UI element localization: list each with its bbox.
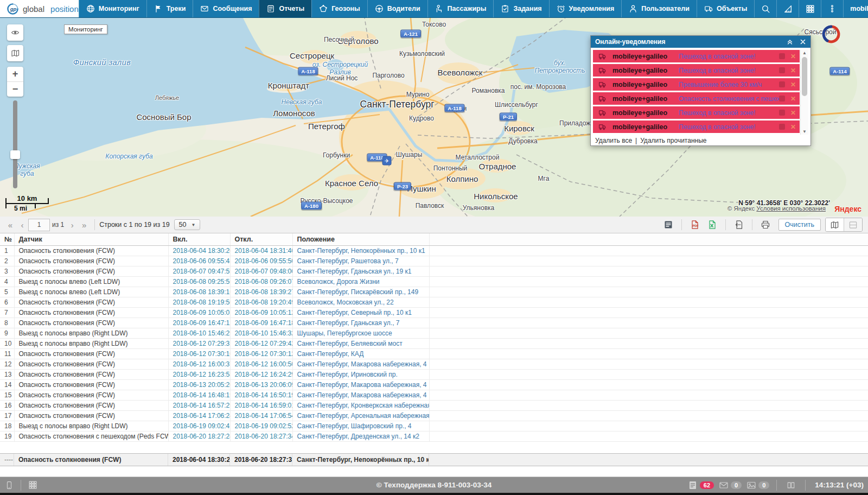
close-icon[interactable]: [800, 39, 806, 45]
nav-item-messages[interactable]: Сообщения: [193, 0, 259, 17]
nav-item-drivers[interactable]: Водители: [367, 0, 427, 17]
zoom-in-button[interactable]: +: [7, 67, 23, 82]
table-row[interactable]: 13Опасность столкновения (FCW)2018-06-12…: [0, 370, 868, 380]
mark-read-icon[interactable]: [779, 110, 785, 116]
table-row[interactable]: 9Выезд с полосы вправо (Right LDW)2018-0…: [0, 328, 868, 339]
cell-off: 2018-06-12 07:29:42: [230, 339, 292, 349]
export-excel-button[interactable]: [704, 218, 721, 231]
terms-link[interactable]: Условия использования: [756, 205, 826, 212]
search-button[interactable]: [754, 0, 776, 17]
visibility-button[interactable]: [7, 24, 23, 41]
dismiss-icon[interactable]: ✕: [790, 96, 796, 102]
nav-item-monitoring[interactable]: Мониторинг: [79, 0, 146, 17]
table-row[interactable]: 3Опасность столкновения (FCW)2018-06-07 …: [0, 266, 868, 277]
table-row[interactable]: 1Опасность столкновения (FCW)2018-06-04 …: [0, 246, 868, 256]
collapse-icon[interactable]: [787, 39, 793, 45]
dismiss-icon[interactable]: ✕: [790, 81, 796, 88]
nav-item-geozones[interactable]: Геозоны: [311, 0, 367, 17]
table-row[interactable]: 19Опасность столкновения с пешеходом (Pe…: [0, 431, 868, 442]
notification-row[interactable]: mobileye+galileoПешеход в опасной зоне!✕: [593, 50, 800, 62]
mark-read-icon[interactable]: [779, 81, 785, 87]
journal-button[interactable]: [784, 477, 798, 493]
layers-button[interactable]: [7, 45, 23, 61]
table-row[interactable]: 4Выезд с полосы влево (Left LDW)2018-06-…: [0, 277, 868, 287]
nav-item-objects[interactable]: Объекты: [697, 0, 754, 17]
scrollbar-thumb[interactable]: [802, 57, 807, 96]
mark-read-icon[interactable]: [779, 96, 785, 101]
table-row[interactable]: 5Выезд с полосы влево (Left LDW)2018-06-…: [0, 287, 868, 297]
first-page-button[interactable]: «: [4, 220, 16, 230]
table-row[interactable]: 14Опасность столкновения (FCW)2018-06-13…: [0, 380, 868, 390]
last-page-button[interactable]: »: [78, 220, 90, 230]
dismiss-icon[interactable]: ✕: [790, 124, 796, 130]
clear-button[interactable]: Очистить: [778, 219, 821, 231]
status-messages-button[interactable]: 0: [719, 480, 742, 490]
mark-read-icon[interactable]: [779, 53, 785, 59]
scroll-up-icon[interactable]: ▲: [801, 50, 808, 55]
mark-read-icon[interactable]: [779, 67, 785, 73]
apps-panel-button[interactable]: [23, 477, 42, 493]
prev-page-button[interactable]: ‹: [16, 220, 28, 230]
table-row[interactable]: 6Опасность столкновения (FCW)2018-06-08 …: [0, 297, 868, 308]
nav-item-tracks[interactable]: Треки: [146, 0, 193, 17]
report-template-button[interactable]: [660, 218, 677, 231]
header-sensor[interactable]: Датчик: [14, 233, 168, 246]
import-button[interactable]: [730, 218, 748, 231]
cell-sensor: Выезд с полосы вправо (Right LDW): [14, 328, 168, 339]
table-row[interactable]: 17Опасность столкновения (FCW)2018-06-14…: [0, 411, 868, 421]
table-row[interactable]: 2Опасность столкновения (FCW)2018-06-06 …: [0, 256, 868, 266]
split-view-button[interactable]: [844, 218, 862, 231]
status-media-button[interactable]: 0: [746, 480, 769, 490]
notification-row[interactable]: mobileye+galileoПешеход в опасной зоне!✕: [593, 64, 800, 77]
nav-item-tasks[interactable]: Задания: [493, 0, 548, 17]
mobile-view-button[interactable]: [0, 477, 18, 493]
zoom-out-button[interactable]: −: [7, 82, 23, 97]
notifications-header[interactable]: Онлайн-уведомления: [591, 36, 810, 48]
header-location[interactable]: Положение: [292, 233, 429, 246]
dismiss-icon[interactable]: ✕: [790, 110, 796, 116]
status-reports-button[interactable]: 62: [688, 480, 714, 490]
user-menu[interactable]: mobileye: [843, 0, 868, 17]
delete-read-link[interactable]: Удалить прочитанные: [640, 137, 706, 144]
table-row[interactable]: 8Опасность столкновения (FCW)2018-06-09 …: [0, 318, 868, 328]
page-number-input[interactable]: [28, 219, 50, 231]
table-row[interactable]: 11Опасность столкновения (FCW)2018-06-12…: [0, 349, 868, 359]
notifications-scrollbar[interactable]: ▲ ▼: [800, 50, 808, 135]
report-toolbar: « ‹ из 1 › » Строки с 1 по 19 из 19 50 ▼…: [0, 217, 868, 233]
table-row[interactable]: 7Опасность столкновения (FCW)2018-06-09 …: [0, 308, 868, 318]
more-button[interactable]: [821, 0, 843, 17]
nav-item-notifications[interactable]: Уведомления: [549, 0, 622, 17]
header-on[interactable]: Вкл.: [168, 233, 230, 246]
map-view-button[interactable]: [826, 218, 844, 231]
delete-all-link[interactable]: Удалить все: [595, 137, 632, 144]
table-row[interactable]: 15Опасность столкновения (FCW)2018-06-14…: [0, 390, 868, 401]
print-button[interactable]: [757, 218, 774, 231]
page-size-select[interactable]: 50 ▼: [174, 219, 201, 230]
header-off[interactable]: Откл.: [230, 233, 292, 246]
header-num[interactable]: №: [0, 233, 14, 246]
export-pdf-button[interactable]: PDF: [686, 218, 704, 231]
notification-row[interactable]: mobileye+galileoПешеход в опасной зоне!✕: [593, 120, 800, 133]
next-page-button[interactable]: ›: [66, 220, 78, 230]
nav-item-users[interactable]: Пользователи: [621, 0, 697, 17]
dismiss-icon[interactable]: ✕: [790, 67, 796, 74]
table-row[interactable]: 18Выезд с полосы вправо (Right LDW)2018-…: [0, 421, 868, 431]
zoom-slider-track[interactable]: [13, 100, 17, 188]
table-row[interactable]: 16Опасность столкновения (FCW)2018-06-14…: [0, 401, 868, 411]
table-row[interactable]: 12Опасность столкновения (FCW)2018-06-12…: [0, 359, 868, 370]
scroll-down-icon[interactable]: ▼: [801, 129, 808, 134]
mark-read-icon[interactable]: [779, 124, 785, 130]
notification-row[interactable]: mobileye+galileoПревышение более 30 км/ч…: [593, 78, 800, 91]
yandex-logo[interactable]: Яндекс: [834, 205, 861, 213]
nav-item-reports[interactable]: Отчеты: [259, 0, 311, 17]
zoom-slider-thumb[interactable]: [10, 150, 20, 159]
app-logo[interactable]: gp globalposition: [0, 0, 79, 17]
notification-row[interactable]: mobileye+galileoПешеход в опасной зоне!✕: [593, 106, 800, 119]
apps-button[interactable]: [799, 0, 821, 17]
dismiss-icon[interactable]: ✕: [790, 53, 796, 60]
nav-item-passengers[interactable]: Пассажиры: [427, 0, 494, 17]
measure-button[interactable]: [776, 0, 799, 17]
zoom-slider[interactable]: [11, 100, 19, 188]
table-row[interactable]: 10Выезд с полосы вправо (Right LDW)2018-…: [0, 339, 868, 349]
notification-row[interactable]: mobileye+galileoОпасность столкновения с…: [593, 92, 800, 105]
